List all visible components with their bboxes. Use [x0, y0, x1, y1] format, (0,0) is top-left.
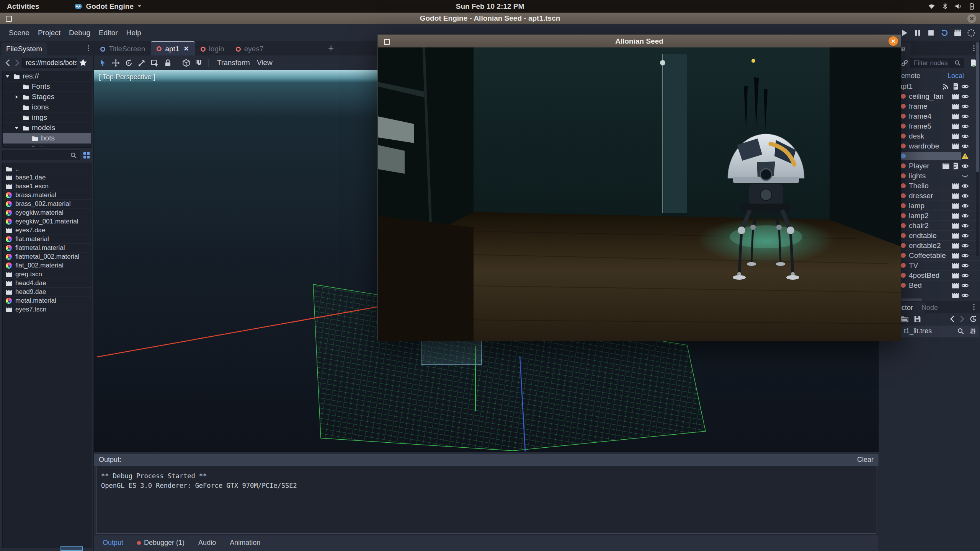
scene-tab[interactable]: apt1 ✕ [151, 41, 194, 55]
filesystem-tree-item[interactable]: Stages [3, 92, 91, 102]
badge-eye-icon[interactable] [961, 212, 969, 220]
history-icon[interactable] [969, 315, 977, 323]
window-titlebar[interactable]: Godot Engine - Allonian Seed - apt1.tscn [0, 13, 980, 24]
badge-eye-icon[interactable] [961, 232, 969, 240]
activities-button[interactable]: Activities [0, 0, 46, 13]
badge-eye-icon[interactable] [961, 282, 969, 289]
inspector-menu-icon[interactable] [970, 303, 978, 311]
badge-scene-icon[interactable] [952, 182, 959, 190]
viewport-menu-item[interactable]: Transform [214, 59, 253, 67]
badge-eye-icon[interactable] [961, 122, 969, 130]
filesystem-dock-tab[interactable]: FileSystem [2, 42, 47, 55]
badge-scene-icon[interactable] [952, 212, 959, 220]
badge-scene-icon[interactable] [952, 103, 959, 110]
clock[interactable]: Sun Feb 10 2:12 PM [456, 0, 524, 13]
file-item[interactable]: base1.dae [3, 173, 91, 182]
current-path-field[interactable]: res://models/bots [22, 58, 77, 68]
badge-eye-icon[interactable] [961, 202, 969, 210]
tray-icon[interactable] [968, 3, 975, 10]
file-item[interactable]: brass.material [3, 191, 91, 200]
filesystem-tree-item[interactable]: imgs [3, 112, 91, 123]
scene-tab[interactable]: login [195, 42, 230, 55]
file-item[interactable]: head4.dae [3, 279, 91, 288]
file-item[interactable]: metal.material [3, 297, 91, 305]
filesystem-tree-item[interactable]: images [3, 143, 91, 148]
output-log[interactable]: ** Debug Process Started **OpenGL ES 3.0… [96, 466, 876, 534]
playback-button-icon[interactable] [954, 29, 962, 37]
bottom-panel-tab[interactable]: Audio [198, 539, 216, 547]
viewport-tool-icon[interactable] [151, 59, 159, 67]
file-list[interactable]: .. base1.dae base1.escn brass.material [2, 163, 91, 548]
badge-scene-icon[interactable] [952, 282, 959, 289]
menu-item[interactable]: Help [122, 26, 145, 39]
viewport-tool-icon[interactable] [182, 59, 190, 67]
tray-icon[interactable] [941, 3, 949, 10]
file-item[interactable]: eyegkiw_001.material [3, 217, 91, 226]
file-item[interactable]: eyegkiw.material [3, 209, 91, 217]
bottom-panel-tab[interactable]: Debugger (1) [137, 539, 185, 547]
badge-eye-icon[interactable] [961, 103, 969, 110]
local-tab[interactable]: Local [947, 72, 964, 80]
viewport-tool-icon[interactable] [125, 59, 133, 67]
badge-eye-icon[interactable] [961, 162, 969, 170]
playback-button-icon[interactable] [940, 29, 949, 37]
dock-menu-icon[interactable] [85, 44, 92, 52]
expand-arrow-icon[interactable] [4, 73, 11, 80]
file-item[interactable]: eyes7.tscn [3, 305, 91, 314]
bottom-panel-tab[interactable]: Animation [230, 539, 260, 547]
instance-link-icon[interactable] [901, 59, 908, 67]
window-menu-icon[interactable] [6, 16, 12, 22]
badge-scene-icon[interactable] [952, 252, 959, 259]
bottom-panel-tab[interactable]: Output [103, 539, 123, 547]
badge-eye-icon[interactable] [961, 132, 969, 140]
filesystem-tree-item[interactable]: res:// [3, 71, 91, 82]
nav-forward-icon[interactable] [13, 58, 21, 67]
file-item[interactable]: flat_002.material [3, 261, 91, 270]
nav-back-icon[interactable] [4, 58, 12, 67]
viewport-tool-icon[interactable] [177, 59, 177, 67]
badge-scene-icon[interactable] [942, 162, 950, 170]
badge-eye-icon[interactable] [961, 142, 969, 150]
badge-eye-icon[interactable] [961, 83, 969, 90]
viewport-tool-icon[interactable] [164, 59, 172, 67]
badge-eye-icon[interactable] [961, 112, 969, 120]
badge-eye-icon[interactable] [961, 242, 969, 249]
badge-script-icon[interactable] [952, 162, 959, 170]
badge-scene-icon[interactable] [952, 132, 959, 140]
game-window[interactable]: Allonian Seed ✕ [377, 34, 901, 341]
filesystem-tree-item[interactable]: Fonts [3, 82, 91, 92]
badge-scene-icon[interactable] [952, 292, 959, 298]
clear-output-button[interactable]: Clear [857, 456, 874, 464]
game-window-titlebar[interactable]: Allonian Seed [378, 35, 901, 47]
system-tray[interactable] [928, 0, 975, 13]
expand-arrow-icon[interactable] [23, 135, 29, 142]
badge-scene-icon[interactable] [952, 192, 959, 200]
tab-close-icon[interactable]: ✕ [183, 45, 189, 53]
playback-button-icon[interactable] [967, 29, 975, 37]
file-item[interactable]: flat.material [3, 235, 91, 244]
badge-eye-icon[interactable] [961, 222, 969, 230]
badge-eye-icon[interactable] [961, 192, 969, 200]
badge-eye-icon[interactable] [961, 262, 969, 269]
filesystem-tree-item[interactable]: models [3, 123, 91, 133]
menu-item[interactable]: Scene [5, 26, 34, 39]
thumbnail-grid-toggle-icon[interactable] [82, 151, 91, 160]
badge-eye-icon[interactable] [961, 93, 969, 100]
badge-warning-icon[interactable] [961, 152, 969, 160]
viewport-view-label[interactable]: [ Top Perspective ] [99, 73, 155, 81]
favorite-star-icon[interactable] [79, 59, 87, 67]
viewport-menu-item[interactable]: View [253, 59, 276, 67]
expand-arrow-icon[interactable] [23, 145, 29, 148]
badge-scene-icon[interactable] [952, 232, 959, 240]
playback-button-icon[interactable] [913, 29, 922, 37]
tray-icon[interactable] [955, 3, 962, 10]
open-resource-icon[interactable] [901, 315, 909, 323]
badge-scene-icon[interactable] [952, 142, 959, 150]
badge-scene-icon[interactable] [952, 112, 959, 120]
badge-eye-closed-icon[interactable] [961, 172, 969, 180]
file-item[interactable]: base1.escn [3, 182, 91, 191]
history-forward-icon[interactable] [958, 315, 966, 323]
playback-button-icon[interactable] [900, 29, 908, 37]
badge-scene-icon[interactable] [952, 262, 959, 269]
menu-item[interactable]: Debug [65, 26, 95, 39]
